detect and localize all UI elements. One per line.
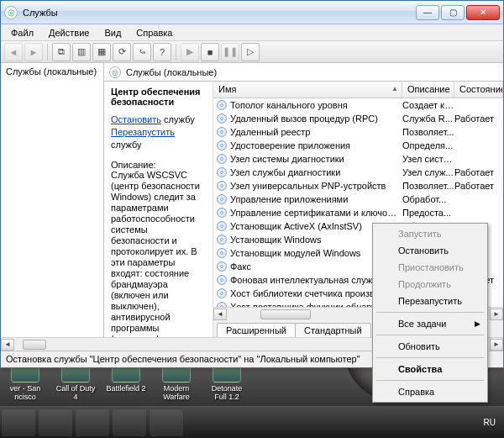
tab-extended[interactable]: Расширенный (217, 323, 296, 337)
right-header: ◎ Службы (локальные) (104, 63, 503, 82)
service-name: Удаленный вызов процедур (RPC) (230, 113, 402, 124)
gear-icon (217, 194, 227, 204)
tray-lang[interactable]: RU (484, 418, 496, 427)
menu-view[interactable]: Вид (97, 26, 128, 40)
ctx-properties[interactable]: Свойства (375, 361, 486, 377)
gear-icon (217, 167, 227, 177)
toolbar: ◄ ► ⧉ ▥ ▦ ⟳ ⤿ ? ▶ ■ ❚❚ ▷ (1, 41, 503, 63)
service-row[interactable]: Удостоверение приложенияОпределя... (213, 139, 503, 152)
service-name: Удостоверение приложения (230, 140, 402, 150)
menu-action[interactable]: Действие (42, 26, 96, 40)
start-service-button[interactable]: ▶ (181, 43, 199, 61)
taskbar-button[interactable] (2, 409, 35, 436)
col-name[interactable]: Имя (213, 82, 402, 98)
service-row[interactable]: Управление приложениямиОбработ... (213, 193, 503, 206)
menu-bar[interactable]: Файл Действие Вид Справка (1, 24, 503, 41)
scroll-right-button[interactable]: ► (490, 339, 503, 351)
service-name: Узел системы диагностики (230, 154, 402, 164)
tree-root[interactable]: Службы (локальные) (6, 66, 98, 77)
scroll-left-button[interactable]: ◄ (213, 309, 227, 320)
service-desc: Узел систе... (402, 154, 454, 164)
taskbar-button[interactable] (39, 409, 72, 436)
service-desc: Позволяет... (402, 181, 454, 191)
service-name: Узел службы диагностики (230, 167, 402, 177)
maximize-button[interactable]: ▢ (441, 5, 465, 20)
back-button[interactable]: ◄ (4, 43, 23, 61)
service-row[interactable]: Узел универсальных PNP-устройствПозволяе… (213, 179, 503, 193)
taskbar-button[interactable] (150, 409, 183, 436)
view-button[interactable]: ▦ (92, 43, 111, 61)
ctx-restart[interactable]: Перезапустить (375, 293, 486, 309)
refresh-button[interactable]: ⟳ (113, 43, 131, 61)
service-desc: Обработ... (402, 194, 454, 204)
service-row[interactable]: Удаленный реестрПозволяет... (213, 125, 503, 139)
service-name: Управление приложениями (230, 194, 402, 204)
restart-link[interactable]: Перезапустить (111, 127, 175, 137)
menu-file[interactable]: Файл (4, 26, 40, 40)
service-row[interactable]: Узел системы диагностикиУзел систе... (213, 152, 503, 166)
title-bar[interactable]: ◎ Службы — ▢ ✕ (1, 1, 503, 24)
right-header-label: Службы (локальные) (126, 67, 217, 77)
tab-standard[interactable]: Стандартный (295, 323, 371, 337)
scroll-left-button[interactable]: ◄ (1, 339, 14, 351)
context-menu[interactable]: Запустить Остановить Приостановить Продо… (372, 223, 488, 403)
ctx-start[interactable]: Запустить (375, 225, 486, 242)
show-hide-button[interactable]: ⧉ (52, 43, 71, 61)
service-desc: Служба R... (402, 113, 454, 124)
taskbar-button[interactable] (113, 409, 146, 436)
gear-icon (217, 113, 227, 124)
gear-icon (217, 275, 227, 285)
column-headers[interactable]: Имя Описание Состояние (213, 82, 503, 98)
service-row[interactable]: Узел службы диагностикиУзел служ...Работ… (213, 166, 503, 179)
scroll-right-button[interactable]: ► (490, 309, 503, 320)
service-desc: Узел служ... (402, 167, 454, 177)
menu-help[interactable]: Справка (129, 26, 179, 40)
system-tray[interactable]: RU (484, 418, 504, 427)
service-row[interactable]: Тополог канального уровняСоздает ка... (213, 98, 503, 112)
ctx-resume[interactable]: Продолжить (375, 276, 486, 293)
gear-icon (217, 154, 227, 164)
stop-service-button[interactable]: ■ (201, 43, 219, 61)
service-name: Удаленный реестр (230, 127, 402, 137)
col-state[interactable]: Состояние (454, 82, 503, 98)
service-row[interactable]: Удаленный вызов процедур (RPC)Служба R..… (213, 112, 503, 125)
close-button[interactable]: ✕ (466, 5, 500, 20)
export-button[interactable]: ⤿ (133, 43, 151, 61)
scroll-thumb[interactable] (23, 340, 46, 350)
gear-icon (217, 288, 227, 298)
col-desc[interactable]: Описание (402, 82, 454, 98)
minimize-button[interactable]: — (416, 5, 439, 20)
pause-service-button[interactable]: ❚❚ (221, 43, 239, 61)
service-name: Узел универсальных PNP-устройств (230, 181, 402, 191)
forward-button[interactable]: ► (24, 43, 43, 61)
gear-icon (217, 261, 227, 272)
ctx-stop[interactable]: Остановить (375, 242, 486, 259)
taskbar-button[interactable] (76, 409, 109, 436)
taskbar[interactable]: RU (0, 406, 504, 438)
scroll-thumb[interactable] (260, 309, 311, 319)
gear-icon (217, 235, 227, 245)
service-state: Работает (454, 181, 503, 191)
app-icon: ◎ (4, 6, 18, 19)
ctx-pause[interactable]: Приостановить (375, 259, 486, 276)
service-desc: Предоста... (402, 208, 454, 218)
stop-link[interactable]: Остановить (111, 114, 161, 124)
service-name: Управление сертификатами и ключом работо… (230, 208, 402, 218)
tree-pane[interactable]: Службы (локальные) (1, 63, 104, 337)
service-name: Тополог канального уровня (230, 100, 402, 110)
gear-icon (217, 100, 227, 110)
help-button[interactable]: ? (153, 43, 171, 61)
gear-icon (217, 208, 227, 218)
refresh-icon[interactable]: ◎ (109, 66, 121, 78)
view-button[interactable]: ▥ (72, 43, 91, 61)
ctx-help[interactable]: Справка (375, 383, 486, 400)
restart-service-button[interactable]: ▷ (241, 43, 260, 61)
detail-pane: Центр обеспечения безопасности Остановит… (104, 82, 213, 337)
description-text: Служба WSCSVC (центр безопасности Window… (111, 170, 206, 337)
ctx-all-tasks[interactable]: Все задачи▶ (375, 315, 486, 332)
gear-icon (217, 181, 227, 191)
service-desc: Создает ка... (402, 100, 454, 110)
service-row[interactable]: Управление сертификатами и ключом работо… (213, 206, 503, 219)
ctx-refresh[interactable]: Обновить (375, 338, 486, 355)
services-window: ◎ Службы — ▢ ✕ Файл Действие Вид Справка… (0, 0, 504, 368)
